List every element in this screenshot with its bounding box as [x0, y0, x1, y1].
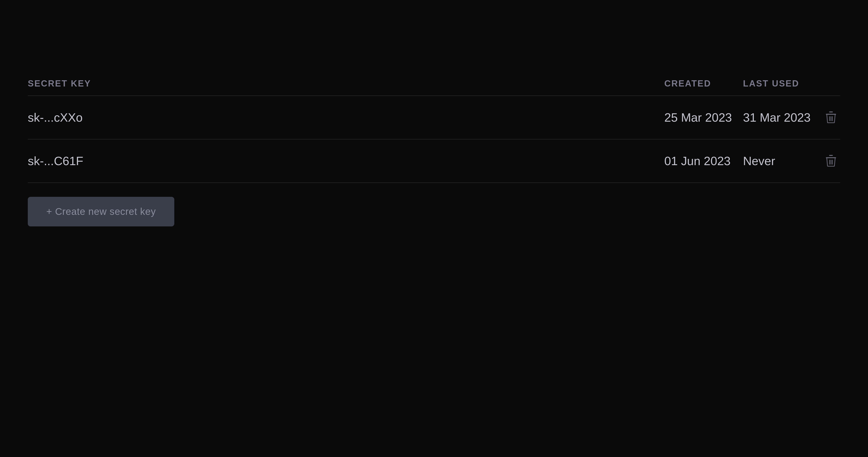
svg-rect-5 [826, 157, 836, 158]
table-row: sk-...cXXo 25 Mar 2023 31 Mar 2023 [28, 96, 840, 139]
last-used-2: Never [743, 154, 817, 168]
actions-2 [822, 152, 840, 170]
svg-rect-0 [826, 114, 836, 115]
delete-key-1-button[interactable] [823, 109, 839, 126]
trash-icon [825, 155, 837, 167]
table-header: SECRET KEY CREATED LAST USED [28, 78, 840, 96]
trash-icon [825, 111, 837, 124]
header-created: CREATED [664, 78, 738, 89]
last-used-1: 31 Mar 2023 [743, 110, 817, 124]
svg-rect-6 [829, 155, 833, 156]
key-name-1: sk-...cXXo [28, 110, 660, 124]
create-new-secret-key-button[interactable]: + Create new secret key [28, 197, 174, 226]
api-keys-section: SECRET KEY CREATED LAST USED sk-...cXXo … [0, 0, 868, 226]
table-row: sk-...C61F 01 Jun 2023 Never [28, 139, 840, 183]
header-secret-key: SECRET KEY [28, 78, 660, 89]
header-last-used: LAST USED [743, 78, 817, 89]
svg-rect-1 [829, 111, 833, 112]
created-date-2: 01 Jun 2023 [664, 154, 738, 168]
delete-key-2-button[interactable] [823, 152, 839, 170]
actions-1 [822, 109, 840, 126]
key-name-2: sk-...C61F [28, 154, 660, 168]
created-date-1: 25 Mar 2023 [664, 110, 738, 124]
api-keys-table: SECRET KEY CREATED LAST USED sk-...cXXo … [28, 78, 840, 183]
header-actions [822, 78, 840, 89]
